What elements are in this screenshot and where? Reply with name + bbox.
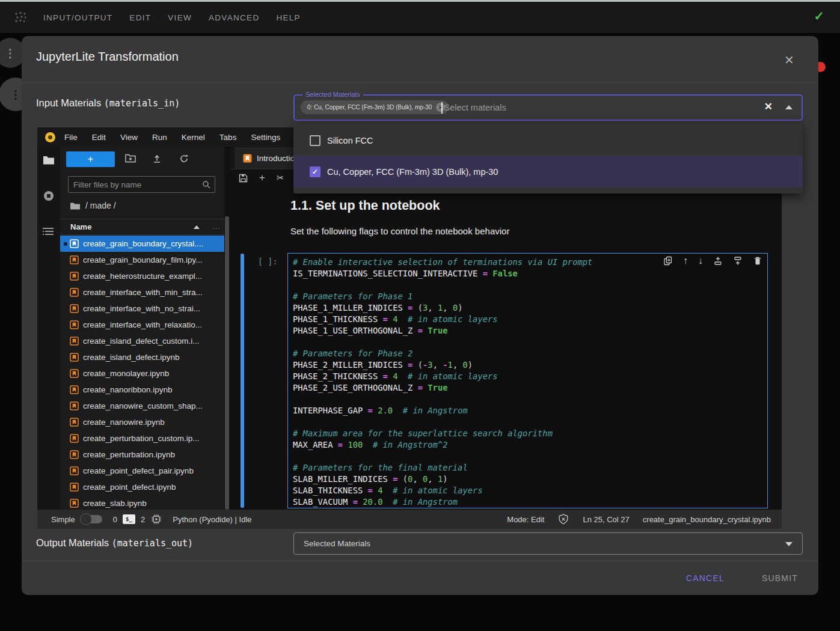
jupyter-menu-kernel[interactable]: Kernel	[182, 133, 205, 142]
confirm-check-icon[interactable]: ✓	[814, 9, 824, 23]
file-row[interactable]: create_monolayer.ipynb	[60, 365, 224, 382]
file-row[interactable]: create_interface_with_no_strai...	[60, 300, 224, 317]
jupyter-menu-view[interactable]: View	[120, 133, 138, 142]
current-filename: create_grain_boundary_crystal.ipynb	[643, 515, 771, 524]
notebook-file-icon	[70, 385, 79, 394]
materials-search-input[interactable]: Select materials	[441, 96, 506, 120]
kernel-count: 2	[141, 515, 145, 524]
app-menus: INPUT/OUTPUT EDIT VIEW ADVANCED HELP	[43, 13, 301, 22]
material-option[interactable]: ✓ Silicon FCC	[293, 126, 803, 156]
mode-indicator: Mode: Edit	[507, 515, 544, 524]
notebook-file-icon	[70, 337, 79, 346]
file-row[interactable]: create_grain_boundary_crystal....	[60, 236, 224, 252]
code-line: PHASE_1_MILLER_INDICES = (3, 1, 0)	[293, 302, 767, 314]
jupyter-menu-file[interactable]: File	[64, 133, 78, 142]
menu-input-output[interactable]: INPUT/OUTPUT	[43, 13, 112, 22]
file-name: create_grain_boundary_film.ipy...	[83, 255, 203, 264]
new-folder-icon[interactable]	[125, 154, 136, 165]
code-line	[293, 451, 767, 462]
collapse-dropdown-icon[interactable]	[785, 105, 792, 109]
kernel-status[interactable]: Python (Pyodide) | Idle	[173, 515, 251, 524]
simple-mode-toggle[interactable]	[81, 515, 102, 523]
table-of-contents-icon[interactable]	[43, 227, 54, 238]
duplicate-cell-icon[interactable]	[663, 256, 673, 266]
close-icon[interactable]: ✕	[784, 53, 794, 67]
refresh-icon[interactable]	[179, 154, 189, 166]
kernel-chip-icon[interactable]	[151, 514, 162, 525]
submit-button[interactable]: SUBMIT	[758, 573, 802, 584]
output-materials-select[interactable]: Selected Materials	[293, 532, 803, 555]
text-caret	[441, 102, 443, 114]
code-editor[interactable]: # Enable interactive selection of termin…	[287, 253, 768, 508]
file-row[interactable]: create_nanowire.ipynb	[60, 414, 224, 430]
material-option[interactable]: ✓ Cu, Copper, FCC (Fm-3m) 3D (Bulk), mp-…	[293, 156, 803, 187]
file-row[interactable]: create_nanowire_custom_shap...	[60, 398, 224, 414]
delete-cell-icon[interactable]	[753, 256, 762, 266]
menu-advanced[interactable]: ADVANCED	[209, 13, 259, 22]
open-file-dot	[64, 388, 67, 392]
notebook-file-icon	[70, 466, 79, 475]
notebook-file-icon	[70, 450, 79, 459]
file-browser-scrollbar[interactable]	[225, 216, 229, 510]
file-row[interactable]: create_island_defect.ipynb	[60, 349, 224, 365]
file-name: create_interface_with_relaxatio...	[83, 320, 202, 329]
file-row[interactable]: create_interface_with_min_stra...	[60, 284, 224, 300]
file-row[interactable]: create_heterostructure_exampl...	[60, 268, 224, 284]
menu-view[interactable]: VIEW	[168, 13, 192, 22]
checkbox-icon[interactable]: ✓	[310, 135, 320, 146]
file-name: create_perturbation.ipynb	[83, 450, 175, 459]
file-row[interactable]: create_point_defect_pair.ipynb	[60, 463, 224, 479]
move-cell-up-icon[interactable]: ↑	[683, 255, 688, 266]
insert-cell-above-icon[interactable]	[713, 256, 723, 266]
file-row[interactable]: create_slab.ipynb	[60, 495, 224, 510]
column-options-icon[interactable]: …	[212, 222, 221, 231]
code-line: # Parameters for Phase 2	[293, 348, 767, 359]
file-row[interactable]: create_perturbation_custom.ip...	[60, 430, 224, 447]
insert-cell-icon[interactable]: +	[259, 172, 265, 184]
open-file-dot	[64, 340, 67, 343]
jupyter-menu-edit[interactable]: Edit	[92, 133, 106, 142]
menu-edit[interactable]: EDIT	[129, 13, 151, 22]
breadcrumb[interactable]: / made /	[70, 201, 116, 210]
toggle-knob	[80, 513, 92, 525]
jupyter-menu-settings[interactable]: Settings	[251, 133, 280, 142]
move-cell-down-icon[interactable]: ↓	[698, 255, 703, 266]
materials-input-placeholder: Select materials	[444, 103, 506, 112]
upload-icon[interactable]	[152, 154, 162, 166]
jupyter-menu-tabs[interactable]: Tabs	[219, 133, 237, 142]
menu-help[interactable]: HELP	[276, 13, 300, 22]
file-name: create_interface_with_min_stra...	[83, 288, 203, 297]
cancel-button[interactable]: CANCEL	[682, 573, 728, 584]
app-logo-icon	[13, 10, 28, 25]
file-name: create_nanowire.ipynb	[83, 418, 165, 427]
checkbox-icon[interactable]: ✓	[310, 166, 320, 177]
running-kernels-icon[interactable]	[43, 190, 55, 204]
name-column-header[interactable]: Name	[70, 222, 91, 231]
new-launcher-button[interactable]: +	[66, 151, 115, 167]
filter-files-input[interactable]: Filter files by name	[68, 176, 215, 193]
file-browser-icon[interactable]	[43, 155, 55, 168]
cursor-position[interactable]: Ln 25, Col 27	[583, 515, 629, 524]
file-row[interactable]: create_point_defect.ipynb	[60, 479, 224, 495]
clear-selection-icon[interactable]: ✕	[764, 100, 773, 113]
code-line	[293, 416, 767, 428]
notebook-file-icon	[70, 418, 79, 427]
file-row[interactable]: create_island_defect_custom.i...	[60, 333, 224, 349]
file-row[interactable]: create_interface_with_relaxatio...	[60, 317, 224, 333]
cut-cell-icon[interactable]: ✂	[277, 172, 284, 183]
insert-cell-below-icon[interactable]	[733, 256, 743, 266]
save-icon[interactable]	[239, 174, 248, 183]
file-row[interactable]: create_perturbation.ipynb	[60, 447, 224, 463]
code-line	[293, 337, 767, 348]
checkmark-icon: ✓	[312, 168, 318, 176]
cell-collapser[interactable]	[241, 254, 244, 508]
file-row[interactable]: create_grain_boundary_film.ipy...	[60, 252, 224, 268]
terminal-icon[interactable]: $_	[123, 514, 135, 524]
jupyter-menu-run[interactable]: Run	[152, 133, 167, 142]
file-name: create_monolayer.ipynb	[83, 369, 169, 378]
open-file-dot	[64, 502, 67, 505]
material-chip[interactable]: 0: Cu, Copper, FCC (Fm-3m) 3D (Bulk), mp…	[301, 100, 449, 114]
file-row[interactable]: create_nanoribbon.ipynb	[60, 382, 224, 398]
file-list-header[interactable]: Name …	[60, 219, 224, 235]
materials-multiselect[interactable]: Selected Materials 0: Cu, Copper, FCC (F…	[293, 94, 803, 121]
